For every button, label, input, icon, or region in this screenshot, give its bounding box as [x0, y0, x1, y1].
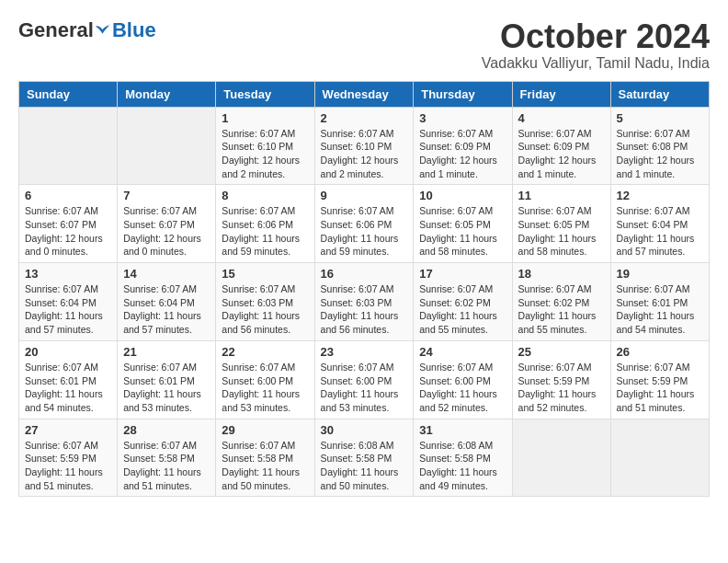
- calendar-cell: 30Sunrise: 6:08 AMSunset: 5:58 PMDayligh…: [314, 419, 414, 497]
- title-section: October 2024 Vadakku Valliyur, Tamil Nad…: [482, 18, 710, 72]
- day-info: Sunrise: 6:07 AMSunset: 5:59 PMDaylight:…: [617, 361, 703, 415]
- day-info: Sunrise: 6:07 AMSunset: 6:04 PMDaylight:…: [617, 204, 703, 259]
- calendar-cell: 15Sunrise: 6:07 AMSunset: 6:03 PMDayligh…: [216, 263, 314, 341]
- day-info: Sunrise: 6:07 AMSunset: 6:09 PMDaylight:…: [419, 127, 506, 181]
- day-info: Sunrise: 6:07 AMSunset: 5:58 PMDaylight:…: [222, 439, 308, 493]
- weekday-header-saturday: Saturday: [610, 81, 709, 107]
- calendar-cell: 21Sunrise: 6:07 AMSunset: 6:01 PMDayligh…: [118, 340, 216, 419]
- day-info: Sunrise: 6:07 AMSunset: 6:01 PMDaylight:…: [25, 361, 111, 415]
- day-number: 17: [419, 267, 506, 281]
- day-info: Sunrise: 6:07 AMSunset: 5:59 PMDaylight:…: [25, 439, 111, 493]
- calendar-cell: [610, 419, 709, 497]
- day-info: Sunrise: 6:07 AMSunset: 6:05 PMDaylight:…: [518, 204, 605, 259]
- calendar-cell: 7Sunrise: 6:07 AMSunset: 6:07 PMDaylight…: [118, 185, 216, 263]
- day-number: 16: [321, 267, 408, 281]
- day-number: 15: [222, 267, 308, 281]
- weekday-header-friday: Friday: [512, 81, 610, 107]
- day-number: 23: [321, 345, 408, 359]
- calendar-cell: 13Sunrise: 6:07 AMSunset: 6:04 PMDayligh…: [19, 263, 118, 341]
- day-info: Sunrise: 6:07 AMSunset: 6:01 PMDaylight:…: [123, 361, 210, 415]
- weekday-header-thursday: Thursday: [414, 81, 512, 107]
- day-info: Sunrise: 6:07 AMSunset: 6:04 PMDaylight:…: [25, 282, 111, 337]
- weekday-header-sunday: Sunday: [19, 81, 118, 107]
- day-info: Sunrise: 6:07 AMSunset: 6:06 PMDaylight:…: [222, 204, 308, 259]
- calendar-cell: [19, 107, 118, 185]
- calendar-cell: 29Sunrise: 6:07 AMSunset: 5:58 PMDayligh…: [216, 419, 314, 497]
- calendar-cell: 12Sunrise: 6:07 AMSunset: 6:04 PMDayligh…: [610, 185, 709, 263]
- calendar-cell: 18Sunrise: 6:07 AMSunset: 6:02 PMDayligh…: [512, 263, 610, 341]
- calendar-table: SundayMondayTuesdayWednesdayThursdayFrid…: [18, 81, 710, 498]
- calendar-cell: 19Sunrise: 6:07 AMSunset: 6:01 PMDayligh…: [610, 263, 709, 341]
- page-header: General Blue October 2024 Vadakku Valliy…: [18, 18, 710, 72]
- day-info: Sunrise: 6:07 AMSunset: 6:02 PMDaylight:…: [419, 282, 506, 337]
- day-info: Sunrise: 6:07 AMSunset: 6:07 PMDaylight:…: [25, 204, 111, 259]
- calendar-cell: 20Sunrise: 6:07 AMSunset: 6:01 PMDayligh…: [19, 340, 118, 419]
- day-info: Sunrise: 6:07 AMSunset: 6:00 PMDaylight:…: [419, 361, 506, 415]
- day-number: 21: [123, 345, 210, 359]
- day-number: 8: [222, 189, 308, 202]
- weekday-header-monday: Monday: [118, 81, 216, 107]
- day-number: 10: [419, 189, 506, 202]
- day-info: Sunrise: 6:07 AMSunset: 6:06 PMDaylight:…: [321, 204, 408, 259]
- location-title: Vadakku Valliyur, Tamil Nadu, India: [482, 55, 710, 72]
- day-info: Sunrise: 6:07 AMSunset: 5:58 PMDaylight:…: [123, 439, 210, 493]
- day-number: 24: [419, 345, 506, 359]
- day-number: 13: [25, 267, 111, 281]
- calendar-cell: 28Sunrise: 6:07 AMSunset: 5:58 PMDayligh…: [118, 419, 216, 497]
- calendar-cell: 25Sunrise: 6:07 AMSunset: 5:59 PMDayligh…: [512, 340, 610, 419]
- calendar-cell: 1Sunrise: 6:07 AMSunset: 6:10 PMDaylight…: [216, 107, 314, 185]
- day-info: Sunrise: 6:07 AMSunset: 6:10 PMDaylight:…: [222, 127, 308, 181]
- day-number: 26: [617, 345, 703, 359]
- calendar-week-3: 13Sunrise: 6:07 AMSunset: 6:04 PMDayligh…: [19, 263, 710, 341]
- calendar-cell: 9Sunrise: 6:07 AMSunset: 6:06 PMDaylight…: [314, 185, 414, 263]
- day-info: Sunrise: 6:07 AMSunset: 6:05 PMDaylight:…: [419, 204, 506, 259]
- day-number: 20: [25, 345, 111, 359]
- calendar-cell: 4Sunrise: 6:07 AMSunset: 6:09 PMDaylight…: [512, 107, 610, 185]
- calendar-cell: 31Sunrise: 6:08 AMSunset: 5:58 PMDayligh…: [414, 419, 512, 497]
- calendar-week-1: 1Sunrise: 6:07 AMSunset: 6:10 PMDaylight…: [19, 107, 710, 185]
- day-info: Sunrise: 6:07 AMSunset: 6:01 PMDaylight:…: [617, 282, 703, 337]
- day-number: 18: [518, 267, 605, 281]
- day-number: 2: [321, 111, 408, 125]
- calendar-cell: 10Sunrise: 6:07 AMSunset: 6:05 PMDayligh…: [414, 185, 512, 263]
- calendar-cell: 26Sunrise: 6:07 AMSunset: 5:59 PMDayligh…: [610, 340, 709, 419]
- calendar-cell: 11Sunrise: 6:07 AMSunset: 6:05 PMDayligh…: [512, 185, 610, 263]
- day-number: 19: [617, 267, 703, 281]
- day-number: 3: [419, 111, 506, 125]
- calendar-cell: 3Sunrise: 6:07 AMSunset: 6:09 PMDaylight…: [414, 107, 512, 185]
- calendar-cell: 17Sunrise: 6:07 AMSunset: 6:02 PMDayligh…: [414, 263, 512, 341]
- calendar-cell: 27Sunrise: 6:07 AMSunset: 5:59 PMDayligh…: [19, 419, 118, 497]
- day-info: Sunrise: 6:07 AMSunset: 6:03 PMDaylight:…: [321, 282, 408, 337]
- calendar-cell: 6Sunrise: 6:07 AMSunset: 6:07 PMDaylight…: [19, 185, 118, 263]
- day-info: Sunrise: 6:07 AMSunset: 6:03 PMDaylight:…: [222, 282, 308, 337]
- calendar-cell: 14Sunrise: 6:07 AMSunset: 6:04 PMDayligh…: [118, 263, 216, 341]
- logo-general-text: General: [18, 18, 94, 42]
- day-number: 1: [222, 111, 308, 125]
- logo-blue-text: Blue: [112, 18, 156, 42]
- day-info: Sunrise: 6:07 AMSunset: 6:00 PMDaylight:…: [321, 361, 408, 415]
- calendar-header-row: SundayMondayTuesdayWednesdayThursdayFrid…: [19, 81, 710, 107]
- day-info: Sunrise: 6:08 AMSunset: 5:58 PMDaylight:…: [321, 439, 408, 493]
- day-number: 30: [321, 423, 408, 437]
- day-number: 31: [419, 423, 506, 437]
- day-number: 22: [222, 345, 308, 359]
- day-number: 7: [123, 189, 210, 202]
- day-number: 28: [123, 423, 210, 437]
- calendar-cell: 16Sunrise: 6:07 AMSunset: 6:03 PMDayligh…: [314, 263, 414, 341]
- day-number: 29: [222, 423, 308, 437]
- calendar-week-4: 20Sunrise: 6:07 AMSunset: 6:01 PMDayligh…: [19, 340, 710, 419]
- calendar-cell: 23Sunrise: 6:07 AMSunset: 6:00 PMDayligh…: [314, 340, 414, 419]
- weekday-header-wednesday: Wednesday: [314, 81, 414, 107]
- day-number: 6: [25, 189, 111, 202]
- day-info: Sunrise: 6:07 AMSunset: 6:10 PMDaylight:…: [321, 127, 408, 181]
- day-info: Sunrise: 6:07 AMSunset: 6:04 PMDaylight:…: [123, 282, 210, 337]
- day-info: Sunrise: 6:07 AMSunset: 6:09 PMDaylight:…: [518, 127, 605, 181]
- day-number: 5: [617, 111, 703, 125]
- calendar-week-2: 6Sunrise: 6:07 AMSunset: 6:07 PMDaylight…: [19, 185, 710, 263]
- calendar-cell: 24Sunrise: 6:07 AMSunset: 6:00 PMDayligh…: [414, 340, 512, 419]
- day-info: Sunrise: 6:08 AMSunset: 5:58 PMDaylight:…: [419, 439, 506, 493]
- day-number: 27: [25, 423, 111, 437]
- calendar-cell: 8Sunrise: 6:07 AMSunset: 6:06 PMDaylight…: [216, 185, 314, 263]
- calendar-cell: [118, 107, 216, 185]
- logo: General Blue: [18, 18, 156, 42]
